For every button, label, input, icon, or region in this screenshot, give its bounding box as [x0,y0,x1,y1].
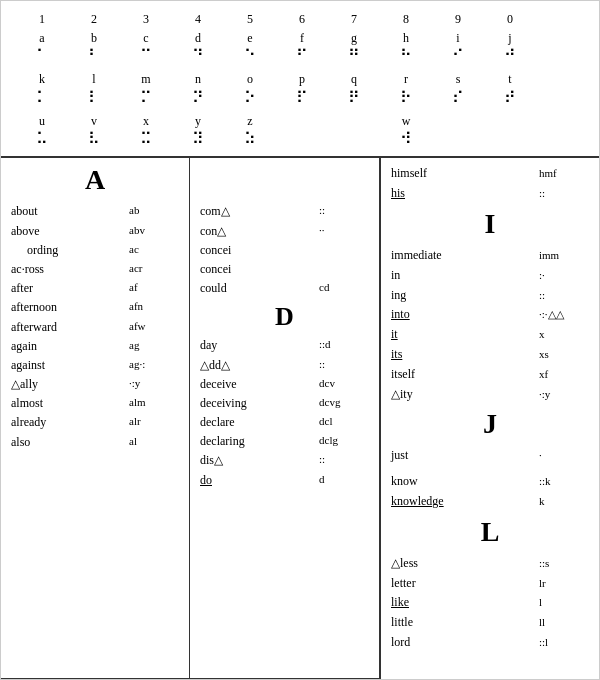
word-do: do [200,471,319,490]
column-cd: com△ :: con△ ·· concei concei [190,158,379,678]
abbr-its: xs [539,345,589,365]
num-2: 2 [68,11,120,28]
abbr-know: ::k [539,472,589,492]
word-little: little [391,613,539,633]
abbr-less: ::s [539,554,589,574]
entry-about: about ab [11,202,179,221]
abbr-ording: ac [129,241,179,260]
letter-row-aj: a b c d e f g h i j [16,30,584,47]
abbr-across: acr [129,260,179,279]
word-ording: ording [11,241,129,260]
section-l-header: L [391,516,589,548]
word-con: con△ [200,222,319,241]
abbr-ally: ·:y [129,375,179,394]
entry-just: just · [391,446,589,466]
abbr-declare: dcl [319,413,369,432]
num-1: 1 [16,11,68,28]
entry-also: also al [11,433,179,452]
entry-ally: △ally ·:y [11,375,179,394]
entry-do: do d [200,471,369,490]
abbr-could: cd [319,279,369,298]
word-just: just [391,446,539,466]
num-4: 4 [172,11,224,28]
entry-letter: letter lr [391,574,589,594]
left-top: A about ab above abv ording ac ac·ross [1,158,379,679]
word-about: about [11,202,129,221]
entry-its: its xs [391,345,589,365]
word-it: it [391,325,539,345]
word-dd: △dd△ [200,356,319,375]
word-immediate: immediate [391,246,539,266]
abbr-deceive: dcv [319,375,369,394]
word-less: △less [391,554,539,574]
word-itself: itself [391,365,539,385]
abbr-also: al [129,433,179,452]
left-panel: A about ab above abv ording ac ac·ross [1,158,381,679]
word-across: ac·ross [11,260,129,279]
entry-almost: almost alm [11,394,179,413]
entry-itself: itself xf [391,365,589,385]
abbr-ing: :: [539,286,589,306]
num-5: 5 [224,11,276,28]
main-content: A about ab above abv ording ac ac·ross [1,158,599,679]
entry-less: △less ::s [391,554,589,574]
word-again: again [11,337,129,356]
entry-like: like l [391,593,589,613]
entry-little: little ll [391,613,589,633]
entry-immediate: immediate imm [391,246,589,266]
abbr-concei2 [319,260,369,279]
abbr-against: ag·: [129,356,179,375]
word-above: above [11,222,129,241]
entry-himself: himself hmf [391,164,589,184]
word-declaring: declaring [200,432,319,451]
abbr-lord: ::l [539,633,589,653]
abbr-con: ·· [319,222,369,241]
num-9: 9 [432,11,484,28]
abbr-above: abv [129,222,179,241]
section-i-header: I [391,208,589,240]
abbr-just: · [539,446,589,466]
word-letter: letter [391,574,539,594]
entry-across: ac·ross acr [11,260,179,279]
word-ing: ing [391,286,539,306]
entry-could: could cd [200,279,369,298]
entry-know: know ::k [391,472,589,492]
num-3: 3 [120,11,172,28]
abbr-dd: :: [319,356,369,375]
abbr-do: d [319,471,369,490]
word-day: day [200,336,319,355]
word-its: its [391,345,539,365]
abbr-immediate: imm [539,246,589,266]
word-knowledge: knowledge [391,492,539,512]
abbr-into: ·:·△△ [539,305,589,325]
entry-concei1: concei [200,241,369,260]
word-concei1: concei [200,241,319,260]
word-himself: himself [391,164,539,184]
word-know: know [391,472,539,492]
column-a: A about ab above abv ording ac ac·ross [1,158,190,678]
num-0: 0 [484,11,536,28]
entry-knowledge: knowledge k [391,492,589,512]
abbr-his: :: [539,184,589,204]
word-lord: lord [391,633,539,653]
num-7: 7 [328,11,380,28]
abbr-himself: hmf [539,164,589,184]
entry-declaring: declaring dclg [200,432,369,451]
word-in: in [391,266,539,286]
entry-declare: declare dcl [200,413,369,432]
abbr-com: :: [319,202,369,221]
braille-section: 1 2 3 4 5 6 7 8 9 0 a b c d e f g h i j … [1,1,599,158]
word-afternoon: afternoon [11,298,129,317]
abbr-little: ll [539,613,589,633]
abbr-concei1 [319,241,369,260]
abbr-afterward: afw [129,318,179,337]
entry-afterward: afterward afw [11,318,179,337]
word-almost: almost [11,394,129,413]
word-also: also [11,433,129,452]
entry-deceive: deceive dcv [200,375,369,394]
word-after: after [11,279,129,298]
abbr-it: x [539,325,589,345]
abbr-letter: lr [539,574,589,594]
dots-row-aj: ⠁ ⠃ ⠉ ⠙ ⠑ ⠋ ⠛ ⠓ ⠊ ⠚ [16,47,584,65]
abbr-knowledge: k [539,492,589,512]
